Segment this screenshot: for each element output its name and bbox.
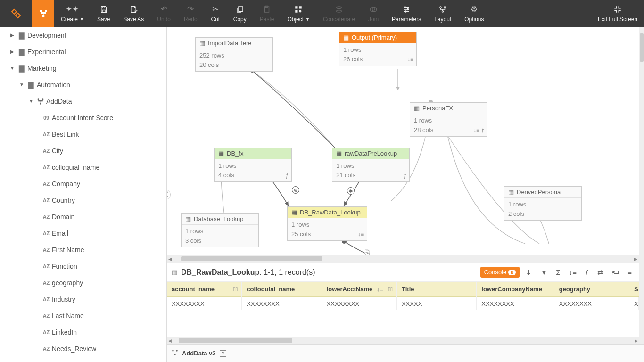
scrollbar-thumb[interactable] xyxy=(181,256,322,261)
column-header[interactable]: colloquial_name xyxy=(242,282,321,297)
parameters-button[interactable]: Parameters xyxy=(385,0,428,27)
sigma-icon[interactable]: Σ xyxy=(553,268,562,276)
parameters-icon xyxy=(402,5,411,14)
node-derived-persona[interactable]: ▦DerivedPersona 1 rows2 cols xyxy=(504,186,582,221)
gear-join-icon[interactable]: ✱ xyxy=(347,187,355,195)
workflow-canvas[interactable]: 〈 ▦ImportDataHere 252 rows20 cols ▦Outpu… xyxy=(167,27,639,255)
sort-icon[interactable]: ↓≡ xyxy=(567,268,579,276)
folder-open-icon: ▇ xyxy=(25,81,37,89)
tree-column-item[interactable]: AZFunction xyxy=(0,258,166,274)
tree-folder-marketing[interactable]: ▼ ▇ Marketing xyxy=(0,60,166,76)
tree-column-item[interactable]: AZDomain xyxy=(0,208,166,225)
save-as-button[interactable]: Save As xyxy=(116,0,150,27)
tree-column-item[interactable]: AZcolloquial_name xyxy=(0,159,166,175)
data-cell[interactable]: XXXXXXXX xyxy=(554,297,629,310)
table-icon: ▦ xyxy=(508,189,514,196)
create-button[interactable]: ✦✦ Create▼ xyxy=(54,0,91,27)
sort-desc-icon[interactable]: ↓≡ xyxy=(377,286,383,293)
node-import-data[interactable]: ▦ImportDataHere 252 rows20 cols xyxy=(195,37,273,72)
data-cell[interactable]: XXXXX xyxy=(397,297,476,310)
save-button[interactable]: Save xyxy=(91,0,116,27)
canvas-horizontal-scrollbar[interactable]: ◀ ▶ xyxy=(167,255,639,263)
table-icon: ▦ xyxy=(343,34,349,41)
column-header[interactable]: lowerAcctName↓≡👁⃠ xyxy=(322,282,396,297)
layout-button[interactable]: Layout xyxy=(428,0,458,27)
options-button[interactable]: ⚙ Options xyxy=(458,0,490,27)
tree-column-item[interactable]: AZIndustry xyxy=(0,291,166,307)
eye-off-icon[interactable]: 👁⃠ xyxy=(233,286,238,293)
scroll-right-icon[interactable]: ▶ xyxy=(633,338,639,343)
tree-column-item[interactable]: AZPersona xyxy=(0,357,166,362)
tree-column-item[interactable]: 09Account Intent Score xyxy=(0,109,166,126)
data-horizontal-scrollbar[interactable]: ◀ ▶ xyxy=(167,337,639,344)
node-persona-fx[interactable]: ▦PersonaFX 1 rows28 cols↓≡ ƒ xyxy=(410,102,487,137)
column-header[interactable]: S xyxy=(629,282,639,297)
tree-column-item[interactable]: AZLinkedIn xyxy=(0,324,166,340)
column-header[interactable]: geography xyxy=(554,282,629,297)
node-output-primary[interactable]: ▦Output (Primary) 1 rows26 cols↓≡ xyxy=(339,32,417,66)
tree-column-item[interactable]: AZCity xyxy=(0,142,166,159)
node-db-rawdata-lookup[interactable]: ▦DB_RawData_Lookup 1 rows25 cols↓≡ xyxy=(287,206,367,241)
tree-column-item[interactable]: AZEmail xyxy=(0,225,166,241)
scrollbar-thumb[interactable] xyxy=(179,338,292,343)
tree-column-item[interactable]: AZFirst Name xyxy=(0,241,166,258)
tree-column-item[interactable]: AZNeeds_Review xyxy=(0,340,166,357)
project-tree[interactable]: ▶ ▇ Development ▶ ▇ Experimental ▼ ▇ Mar… xyxy=(0,27,167,362)
data-cell[interactable]: XXXXXXXX xyxy=(322,297,396,310)
tree-workflow-adddata[interactable]: ▼ AddData xyxy=(0,93,166,109)
tag-icon[interactable]: 🏷 xyxy=(610,268,621,276)
exit-full-screen-button[interactable]: Exit Full Screen xyxy=(591,0,644,27)
filter-icon[interactable]: ▼ xyxy=(538,268,550,276)
tree-column-item[interactable]: AZLast Name xyxy=(0,307,166,324)
type-badge: AZ xyxy=(41,313,52,319)
tree-folder-automation[interactable]: ▼ ▇ Automation xyxy=(0,76,166,93)
data-cell[interactable]: XXXXXXXX xyxy=(167,297,241,310)
copy-node-icon[interactable]: ⎘ xyxy=(365,248,370,255)
app-logo[interactable] xyxy=(0,0,32,27)
scroll-left-icon[interactable]: ◀ xyxy=(167,338,173,343)
tree-column-item[interactable]: AZgeography xyxy=(0,274,166,291)
data-cell[interactable]: X xyxy=(629,297,639,310)
eye-off-icon[interactable]: 👁⃠ xyxy=(388,286,393,293)
type-badge: AZ xyxy=(41,148,52,154)
scroll-left-icon[interactable]: ◀ xyxy=(167,256,173,262)
close-tab-button[interactable]: ✕ xyxy=(220,350,226,357)
tree-folder-development[interactable]: ▶ ▇ Development xyxy=(0,27,166,43)
copy-button[interactable]: Copy xyxy=(227,0,253,27)
node-db-fx[interactable]: ▦DB_fx 1 rows4 colsƒ xyxy=(214,148,292,182)
column-header[interactable]: Title xyxy=(397,282,476,297)
workflow-mode-button[interactable] xyxy=(32,0,54,27)
data-grid[interactable]: account_name👁⃠XXXXXXXXcolloquial_nameXXX… xyxy=(167,282,639,310)
swap-icon[interactable]: ⇄ xyxy=(595,268,606,277)
function-icon[interactable]: ƒ xyxy=(583,268,591,276)
tab-label[interactable]: AddData v2 xyxy=(182,350,216,357)
tree-folder-experimental[interactable]: ▶ ▇ Experimental xyxy=(0,43,166,60)
download-icon[interactable]: ⬇ xyxy=(523,268,534,277)
console-button[interactable]: Console0 xyxy=(480,267,520,278)
tree-item-label: Best Link xyxy=(52,131,79,138)
table-icon: ▦ xyxy=(199,40,205,47)
concatenate-icon xyxy=(335,5,343,14)
scroll-right-icon[interactable]: ▶ xyxy=(632,256,639,262)
caret-down-icon: ▼ xyxy=(27,99,35,104)
node-database-lookup[interactable]: ▦Database_Lookup 1 rows3 cols xyxy=(181,213,259,247)
column-header[interactable]: lowerCompanyName xyxy=(477,282,553,297)
scrollbar-thumb[interactable] xyxy=(640,33,644,62)
equal-join-icon[interactable]: ⊜ xyxy=(292,186,299,194)
vertical-scrollbar[interactable] xyxy=(639,27,644,344)
tree-column-item[interactable]: AZBest Link xyxy=(0,126,166,142)
data-cell[interactable]: XXXXXXXX xyxy=(477,297,553,310)
collapse-sidebar-button[interactable]: 〈 xyxy=(167,189,171,200)
type-badge: AZ xyxy=(41,214,52,220)
node-raw-pre-lookup[interactable]: ▦rawDataPreLookup 1 rows21 colsƒ xyxy=(332,148,410,182)
tree-column-item[interactable]: AZCompany xyxy=(0,175,166,192)
svg-rect-8 xyxy=(295,10,297,12)
workflow-icon xyxy=(172,349,178,357)
column-header[interactable]: account_name👁⃠ xyxy=(167,282,241,297)
tree-column-item[interactable]: AZCountry xyxy=(0,192,166,208)
data-cell[interactable]: XXXXXXXX xyxy=(242,297,321,310)
list-icon[interactable]: ≡ xyxy=(625,268,634,276)
cut-button[interactable]: ✂ Cut xyxy=(204,0,227,27)
tree-item-label: City xyxy=(52,147,63,155)
object-button[interactable]: Object▼ xyxy=(281,0,316,27)
